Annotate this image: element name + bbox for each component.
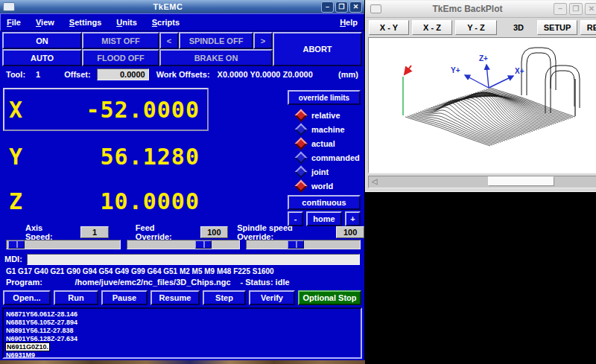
toolpath-wireframe <box>405 88 575 146</box>
mdi-label: MDI: <box>4 255 22 264</box>
maximize-button[interactable]: ❐ <box>335 1 348 13</box>
listing-line: N6901Y56.128Z-27.634 <box>6 335 358 343</box>
spindle-decrease-button[interactable]: < <box>159 32 179 49</box>
machine-controls: ON MIST OFF < SPINDLE OFF > ABORT AUTO F… <box>0 31 364 67</box>
backplot-titlebar[interactable]: TkEmc BackPlot – ❐ ✕ <box>366 1 596 18</box>
axis-speed-value: 1 <box>80 226 109 238</box>
minimize-button[interactable]: – <box>554 3 567 15</box>
mdi-row: MDI: <box>0 252 364 266</box>
program-status: - Status: idle <box>241 278 290 287</box>
slider-row <box>0 239 364 252</box>
backplot-title: TkEmc BackPlot <box>381 4 554 14</box>
menu-view[interactable]: View <box>36 18 54 27</box>
radio-indicator-icon <box>295 138 308 150</box>
radio-actual[interactable]: actual <box>297 138 335 149</box>
tkemc-window: TkEMC – ❐ ✕ File View Settings Units Scr… <box>0 0 365 360</box>
radio-joint[interactable]: joint <box>297 167 329 177</box>
backplot-canvas[interactable]: Z+ Y+ X+ <box>368 37 596 173</box>
axis-speed-label: Axis Speed: <box>25 223 72 241</box>
offset-label: Offset: <box>64 70 90 79</box>
step-button[interactable]: Step <box>203 290 246 305</box>
view-3d-label[interactable]: 3D <box>513 23 524 32</box>
brake-button[interactable]: BRAKE ON <box>159 49 273 66</box>
units-indicator: (mm) <box>338 70 358 79</box>
window-title: TkEMC <box>15 2 321 11</box>
program-status-row: Program: /home/juve/emc2/nc_files/3D_Chi… <box>0 278 364 289</box>
listing-line-current: N6911G0Z10. <box>6 343 358 351</box>
axis-speed-slider[interactable] <box>6 240 121 249</box>
jog-mode-button[interactable]: continuous <box>288 195 361 210</box>
home-button[interactable]: home <box>306 211 342 226</box>
slider-handle[interactable] <box>195 240 212 249</box>
view-xz-button[interactable]: X - Z <box>412 20 452 35</box>
scrollbar-thumb[interactable] <box>488 176 554 186</box>
axis-z-row[interactable]: Z 10.0000 <box>4 185 207 217</box>
window-menu-icon[interactable] <box>3 2 15 11</box>
pause-button[interactable]: Pause <box>101 290 148 305</box>
minimize-button[interactable]: – <box>321 1 334 13</box>
close-button[interactable]: ✕ <box>585 3 596 15</box>
backplot-hscrollbar[interactable]: ◁ <box>368 176 596 188</box>
program-listing[interactable]: N6871Y56.061Z-28.146 N6881Y56.105Z-27.89… <box>2 307 362 359</box>
resume-button[interactable]: Resume <box>150 290 200 305</box>
radio-world[interactable]: world <box>297 181 333 191</box>
spindle-override-slider[interactable] <box>246 240 361 249</box>
work-offsets-value: X0.0000 Y0.0000 Z0.0000 <box>218 70 313 79</box>
menubar: File View Settings Units Scripts Help <box>0 13 364 31</box>
mdi-input[interactable] <box>27 254 360 265</box>
feed-override-slider[interactable] <box>127 240 240 249</box>
tkemc-titlebar[interactable]: TkEMC – ❐ ✕ <box>0 0 364 13</box>
menu-units[interactable]: Units <box>116 18 137 27</box>
run-button[interactable]: Run <box>54 290 98 305</box>
menu-settings[interactable]: Settings <box>69 18 101 27</box>
radio-indicator-icon <box>295 124 308 136</box>
spindle-increase-button[interactable]: > <box>253 32 273 49</box>
menu-file[interactable]: File <box>7 18 21 27</box>
close-button[interactable]: ✕ <box>349 1 362 13</box>
axis-y-row[interactable]: Y 56.1280 <box>4 140 207 173</box>
reset-button[interactable]: RESET <box>580 20 596 35</box>
listing-line: N6881Y56.105Z-27.894 <box>6 319 358 327</box>
optional-stop-button[interactable]: Optional Stop <box>298 290 361 305</box>
menu-help[interactable]: Help <box>340 18 358 27</box>
y-axis-label: Y+ <box>451 66 460 74</box>
tool-label: Tool: <box>6 70 25 79</box>
machine-on-button[interactable]: ON <box>2 32 82 49</box>
view-yz-button[interactable]: Y - Z <box>455 20 497 35</box>
setup-button[interactable]: SETUP <box>537 20 577 35</box>
mode-auto-button[interactable]: AUTO <box>2 49 82 66</box>
mist-button[interactable]: MIST OFF <box>82 32 159 49</box>
scroll-left-icon[interactable]: ◁ <box>369 176 380 186</box>
tool-status-row: Tool: 1 Offset: 0.0000 Work Offsets: X0.… <box>0 67 364 82</box>
radio-relative[interactable]: relative <box>297 110 340 121</box>
active-gcodes: G1 G17 G40 G21 G90 G94 G54 G49 G99 G64 G… <box>0 266 364 278</box>
open-button[interactable]: Open... <box>3 290 51 305</box>
jog-minus-button[interactable]: - <box>288 211 303 226</box>
window-menu-icon[interactable] <box>370 4 381 13</box>
verify-button[interactable]: Verify <box>249 290 295 305</box>
slider-handle[interactable] <box>288 240 304 249</box>
jog-plus-button[interactable]: + <box>345 211 361 226</box>
abort-button[interactable]: ABORT <box>273 32 362 66</box>
maximize-button[interactable]: ❐ <box>569 3 583 15</box>
override-limits-button[interactable]: override limits <box>288 90 361 105</box>
axis-x-selected-box[interactable]: X -52.0000 <box>3 88 209 131</box>
slider-handle[interactable] <box>8 240 25 249</box>
desktop-edge <box>0 360 365 364</box>
menu-scripts[interactable]: Scripts <box>152 18 180 27</box>
offset-entry[interactable]: 0.0000 <box>97 68 149 80</box>
axis-z-value: 10.0000 <box>39 188 207 214</box>
x-axis-label: X+ <box>515 67 524 75</box>
radio-machine[interactable]: machine <box>297 124 345 135</box>
view-xy-button[interactable]: X - Y <box>369 20 409 35</box>
radio-indicator-icon <box>295 180 308 193</box>
desktop: TkEMC – ❐ ✕ File View Settings Units Scr… <box>0 0 596 364</box>
radio-commanded[interactable]: commanded <box>297 153 360 163</box>
y-axis-arrow <box>465 75 489 88</box>
listing-line: N6931M9 <box>6 351 358 359</box>
backplot-window: TkEmc BackPlot – ❐ ✕ X - Y X - Z Y - Z 3… <box>365 0 596 192</box>
spindle-button[interactable]: SPINDLE OFF <box>179 32 253 49</box>
flood-button[interactable]: FLOOD OFF <box>82 49 159 66</box>
speed-settings-row: Axis Speed: 1 Feed Override: 100 Spindle… <box>0 225 364 239</box>
program-path: /home/juve/emc2/nc_files/3D_Chips.ngc <box>74 278 230 287</box>
